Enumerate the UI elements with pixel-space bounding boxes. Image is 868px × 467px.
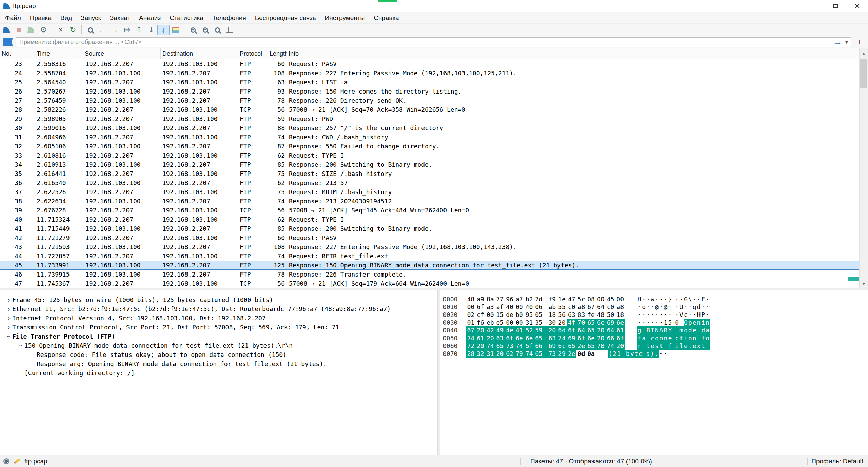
packet-row[interactable]: 232.558316192.168.2.207192.168.103.100FT…: [0, 59, 859, 68]
ascii-char[interactable]: [675, 326, 679, 334]
detail-row[interactable]: Response arg: Opening BINARY mode data c…: [0, 359, 437, 368]
ascii-char[interactable]: [646, 334, 650, 342]
packet-row[interactable]: 332.610816192.168.2.207192.168.103.100FT…: [0, 151, 859, 160]
hex-byte[interactable]: 6f: [567, 326, 576, 334]
expander-icon[interactable]: ›: [5, 323, 12, 332]
ascii-char[interactable]: f: [701, 334, 705, 342]
menu-item[interactable]: Статистика: [165, 12, 208, 23]
ascii-char[interactable]: r: [637, 342, 642, 350]
hex-byte[interactable]: 08: [586, 295, 596, 303]
hex-byte[interactable]: 73: [547, 350, 557, 358]
hex-byte[interactable]: c0: [606, 303, 615, 311]
close-file-icon[interactable]: ×: [55, 25, 67, 35]
hex-byte[interactable]: 61: [615, 326, 625, 334]
hex-byte[interactable]: 6e: [596, 319, 606, 326]
hex-byte[interactable]: 06: [534, 303, 547, 311]
ascii-char[interactable]: ·: [684, 303, 688, 311]
ascii-char[interactable]: \: [688, 295, 692, 303]
hex-byte[interactable]: 65: [567, 342, 576, 350]
hex-byte[interactable]: 4e: [505, 326, 515, 334]
ascii-char[interactable]: e: [684, 342, 688, 350]
hex-byte[interactable]: 64: [596, 303, 606, 311]
packet-row[interactable]: 262.570267192.168.103.100192.168.2.207FT…: [0, 87, 859, 96]
hex-byte[interactable]: 63: [547, 334, 557, 342]
hex-byte[interactable]: e5: [495, 319, 505, 326]
ascii-char[interactable]: ·: [637, 303, 642, 311]
ascii-char[interactable]: n: [664, 334, 668, 342]
ascii-char[interactable]: @: [664, 303, 668, 311]
column-header-time[interactable]: Time: [35, 48, 83, 59]
hex-byte[interactable]: 8a: [485, 295, 495, 303]
ascii-char[interactable]: o: [642, 303, 646, 311]
packet-row[interactable]: 4411.727857192.168.2.207192.168.103.100F…: [0, 251, 859, 261]
hex-byte[interactable]: 65: [586, 319, 596, 326]
hex-byte[interactable]: 65: [586, 342, 596, 350]
filter-dropdown-icon[interactable]: ▾: [845, 39, 851, 45]
ascii-char[interactable]: A: [659, 326, 664, 334]
packet-row[interactable]: 372.622526192.168.2.207192.168.103.100FT…: [0, 187, 859, 197]
hex-byte[interactable]: 6e: [524, 334, 534, 342]
ascii-char[interactable]: ·: [646, 303, 650, 311]
ascii-char[interactable]: o: [655, 334, 659, 342]
hex-byte[interactable]: 65: [534, 334, 547, 342]
hex-byte[interactable]: a7: [514, 295, 524, 303]
hex-byte[interactable]: 01: [466, 319, 476, 326]
ascii-char[interactable]: .: [688, 342, 692, 350]
ascii-char[interactable]: ·: [705, 311, 710, 319]
hex-byte[interactable]: a9: [476, 295, 486, 303]
hex-byte[interactable]: 31: [485, 350, 495, 358]
hex-byte[interactable]: 6f: [476, 303, 486, 311]
ascii-char[interactable]: g: [637, 326, 642, 334]
hex-byte[interactable]: 65: [534, 350, 547, 358]
hex-byte[interactable]: 2e: [576, 342, 586, 350]
hex-byte[interactable]: 52: [524, 326, 534, 334]
ascii-char[interactable]: f: [668, 342, 675, 350]
ascii-char[interactable]: [696, 326, 701, 334]
scroll-up-icon[interactable]: ▴: [860, 48, 868, 57]
ascii-char[interactable]: 0: [675, 319, 679, 326]
ascii-char[interactable]: I: [650, 326, 655, 334]
ascii-char[interactable]: ·: [650, 311, 655, 319]
packet-row[interactable]: 4211.721279192.168.2.207192.168.103.100F…: [0, 233, 859, 242]
ascii-char[interactable]: ·: [675, 303, 679, 311]
detail-row[interactable]: ›150 Opening BINARY mode data connection…: [0, 341, 437, 350]
ascii-char[interactable]: ·: [650, 319, 655, 326]
ascii-char[interactable]: i: [684, 334, 688, 342]
ascii-char[interactable]: P: [701, 311, 705, 319]
hex-byte[interactable]: 66: [534, 342, 547, 350]
hex-byte[interactable]: 65: [586, 326, 596, 334]
menu-item[interactable]: Запуск: [76, 12, 105, 23]
hex-byte[interactable]: 0a: [586, 350, 596, 358]
hex-byte[interactable]: 31: [524, 319, 534, 326]
detail-row[interactable]: ›Transmission Control Protocol, Src Port…: [0, 323, 437, 332]
ascii-char[interactable]: e: [668, 334, 675, 342]
packet-row[interactable]: 382.622634192.168.103.100192.168.2.207FT…: [0, 197, 859, 206]
ascii-char[interactable]: ·: [675, 311, 679, 319]
hex-byte[interactable]: 42: [485, 326, 495, 334]
ascii-char[interactable]: 2: [612, 350, 617, 358]
ascii-char[interactable]: c: [675, 334, 679, 342]
ascii-char[interactable]: [642, 342, 646, 350]
ascii-char[interactable]: t: [634, 350, 639, 358]
hex-byte[interactable]: 00: [596, 295, 606, 303]
hex-byte[interactable]: 49: [495, 326, 505, 334]
ascii-char[interactable]: 1: [617, 350, 621, 358]
hex-byte[interactable]: de: [505, 311, 515, 319]
go-forward-icon[interactable]: →: [108, 25, 121, 35]
ascii-char[interactable]: x: [696, 342, 701, 350]
ascii-char[interactable]: ·: [692, 311, 697, 319]
detail-row[interactable]: ›Ethernet II, Src: b2:7d:f9:1e:47:5c (b2…: [0, 304, 437, 313]
hex-byte[interactable]: 69: [547, 342, 557, 350]
ascii-char[interactable]: O: [684, 319, 688, 326]
hex-byte[interactable]: a8: [576, 303, 586, 311]
stop-capture-icon[interactable]: ■: [13, 25, 25, 35]
menu-item[interactable]: Файл: [1, 12, 25, 23]
hex-byte[interactable]: 2e: [567, 350, 576, 358]
ascii-char[interactable]: @: [655, 303, 659, 311]
ascii-char[interactable]: a: [642, 334, 646, 342]
menu-item[interactable]: Захват: [105, 12, 135, 23]
hex-byte[interactable]: 67: [466, 326, 476, 334]
packet-row[interactable]: 4611.739915192.168.103.100192.168.2.207F…: [0, 270, 859, 279]
menu-item[interactable]: Справка: [369, 12, 403, 23]
ascii-char[interactable]: p: [688, 319, 692, 326]
